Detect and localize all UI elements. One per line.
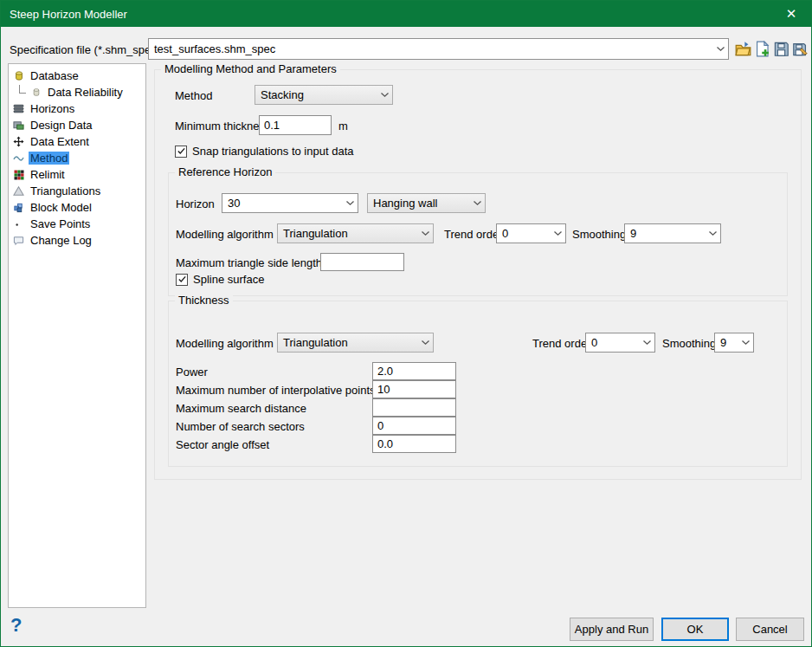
wall-type-combobox[interactable]: Hanging wall xyxy=(367,193,486,213)
ref-modelling-algorithm-combobox[interactable]: Triangulation xyxy=(277,223,434,243)
reference-horizon-group-title: Reference Horizon xyxy=(175,165,275,178)
chevron-down-icon[interactable] xyxy=(553,230,563,236)
tree-connector xyxy=(19,85,26,94)
tree-item-database[interactable]: Database xyxy=(9,68,145,84)
checkbox-checked-icon xyxy=(175,146,187,158)
max-search-distance-label: Maximum search distance xyxy=(176,402,306,415)
thick-trend-order-value: 0 xyxy=(591,336,597,349)
modelling-method-group-title: Modelling Method and Parameters xyxy=(161,62,340,75)
help-button[interactable]: ? xyxy=(10,614,22,637)
max-triangle-side-input[interactable] xyxy=(320,253,404,271)
ref-smoothing-combobox[interactable]: 9 xyxy=(624,223,721,243)
max-interpolative-points-label: Maximum number of interpolative points xyxy=(176,384,376,397)
tree-item-relimit[interactable]: Relimit xyxy=(9,166,145,183)
change-log-icon xyxy=(12,235,25,247)
thickness-group-title: Thickness xyxy=(175,294,233,307)
chevron-down-icon[interactable] xyxy=(716,46,725,52)
open-folder-icon[interactable] xyxy=(734,40,752,58)
chevron-down-icon[interactable] xyxy=(421,230,430,236)
thick-trend-order-label: Trend order xyxy=(532,337,590,350)
horizon-combobox[interactable]: 30 xyxy=(222,193,358,213)
triangulations-icon xyxy=(12,185,25,197)
spec-file-value: test_surfaces.shm_spec xyxy=(154,42,275,55)
reference-horizon-groupbox: Reference Horizon Horizon 30 Hanging wal… xyxy=(168,172,788,296)
tree-item-triangulations[interactable]: Triangulations xyxy=(9,183,145,199)
close-button[interactable]: ✕ xyxy=(771,1,811,27)
max-search-distance-input[interactable] xyxy=(372,398,456,417)
sector-angle-offset-input[interactable] xyxy=(372,435,456,453)
thick-modelling-algorithm-label: Modelling algorithm xyxy=(176,337,274,350)
tree-item-save-points[interactable]: Save Points xyxy=(9,216,145,232)
ok-button[interactable]: OK xyxy=(661,618,729,641)
ref-trend-order-combobox[interactable]: 0 xyxy=(496,223,566,243)
chevron-down-icon[interactable] xyxy=(741,340,751,346)
steep-horizon-modeller-dialog: Steep Horizon Modeller ✕ Specification f… xyxy=(0,0,812,647)
snap-triangulations-checkbox[interactable]: Snap triangulations to input data xyxy=(175,145,353,158)
minimum-thickness-input[interactable] xyxy=(259,115,332,135)
database-icon xyxy=(12,70,25,82)
minimum-thickness-unit: m xyxy=(338,120,348,133)
save-points-icon xyxy=(12,218,25,230)
chevron-down-icon[interactable] xyxy=(421,340,430,346)
tree-item-horizons[interactable]: Horizons xyxy=(9,100,145,117)
apply-and-run-button[interactable]: Apply and Run xyxy=(570,618,654,641)
wall-type-value: Hanging wall xyxy=(373,197,437,210)
horizon-label: Horizon xyxy=(176,197,215,210)
cancel-button[interactable]: Cancel xyxy=(736,618,804,641)
modelling-method-groupbox: Modelling Method and Parameters Method S… xyxy=(154,69,802,480)
chevron-down-icon[interactable] xyxy=(380,92,390,98)
search-sectors-label: Number of search sectors xyxy=(176,420,305,433)
navigation-tree: Database Data Reliability Horizons Desig… xyxy=(8,63,146,608)
thick-smoothing-combobox[interactable]: 9 xyxy=(714,333,754,353)
thick-trend-order-combobox[interactable]: 0 xyxy=(585,333,655,353)
search-sectors-input[interactable] xyxy=(372,417,456,435)
tree-item-data-reliability[interactable]: Data Reliability xyxy=(9,84,145,100)
database-small-icon xyxy=(29,87,42,99)
horizon-value: 30 xyxy=(228,197,240,210)
import-file-icon[interactable] xyxy=(753,40,771,58)
ref-modelling-algorithm-value: Triangulation xyxy=(283,227,348,240)
thickness-groupbox: Thickness Modelling algorithm Triangulat… xyxy=(168,301,788,467)
method-value: Stacking xyxy=(261,88,304,101)
ref-trend-order-label: Trend order xyxy=(444,228,502,241)
chevron-down-icon[interactable] xyxy=(345,200,355,206)
max-interpolative-points-input[interactable] xyxy=(372,380,456,398)
tree-item-method[interactable]: Method xyxy=(9,150,145,166)
horizons-icon xyxy=(12,103,25,115)
save-as-icon[interactable] xyxy=(791,40,809,58)
window-title: Steep Horizon Modeller xyxy=(1,8,127,21)
power-label: Power xyxy=(176,366,208,378)
tree-item-change-log[interactable]: Change Log xyxy=(9,232,145,249)
ref-smoothing-label: Smoothing xyxy=(572,228,626,241)
spline-surface-checkbox[interactable]: Spline surface xyxy=(176,273,264,286)
snap-triangulations-label: Snap triangulations to input data xyxy=(192,145,353,158)
tree-item-block-model[interactable]: Block Model xyxy=(9,199,145,216)
tree-item-data-extent[interactable]: Data Extent xyxy=(9,133,145,150)
thick-smoothing-value: 9 xyxy=(720,336,726,349)
title-bar: Steep Horizon Modeller ✕ xyxy=(1,1,811,27)
spline-surface-label: Spline surface xyxy=(193,273,264,286)
chevron-down-icon[interactable] xyxy=(708,230,718,236)
chevron-down-icon[interactable] xyxy=(473,200,482,206)
sector-angle-offset-label: Sector angle offset xyxy=(176,438,269,451)
close-icon: ✕ xyxy=(786,6,797,22)
minimum-thickness-label: Minimum thickness xyxy=(175,120,271,133)
ref-smoothing-value: 9 xyxy=(630,227,636,240)
method-label: Method xyxy=(175,89,212,102)
block-model-icon xyxy=(12,202,25,214)
power-input[interactable] xyxy=(372,362,456,380)
thick-smoothing-label: Smoothing xyxy=(662,337,716,350)
method-combobox[interactable]: Stacking xyxy=(255,85,393,105)
save-icon[interactable] xyxy=(772,40,790,58)
chevron-down-icon[interactable] xyxy=(642,340,652,346)
spec-file-combobox[interactable]: test_surfaces.shm_spec xyxy=(148,38,729,60)
checkbox-checked-icon xyxy=(176,274,188,286)
relimit-icon xyxy=(12,169,25,181)
data-extent-icon xyxy=(12,136,25,148)
thick-modelling-algorithm-value: Triangulation xyxy=(283,336,348,349)
design-data-icon xyxy=(12,120,25,132)
method-icon xyxy=(12,152,25,165)
ref-modelling-algorithm-label: Modelling algorithm xyxy=(176,228,274,241)
tree-item-design-data[interactable]: Design Data xyxy=(9,117,145,133)
thick-modelling-algorithm-combobox[interactable]: Triangulation xyxy=(277,333,434,353)
